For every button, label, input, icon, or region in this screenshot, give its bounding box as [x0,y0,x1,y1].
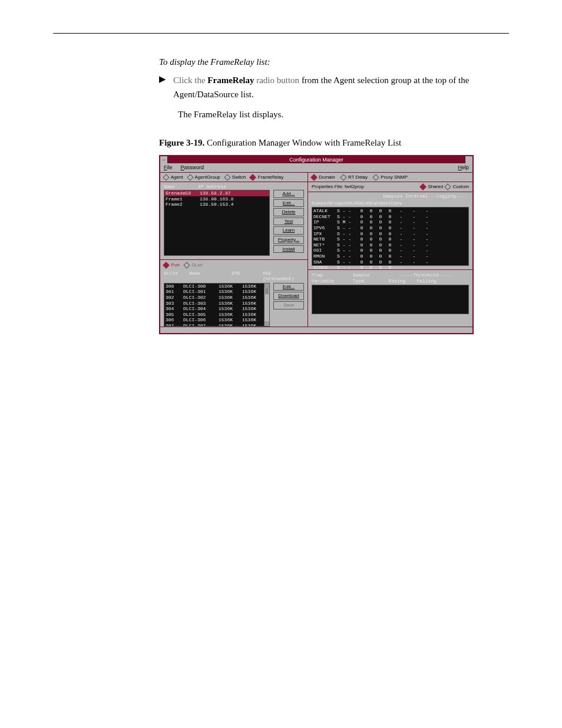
menu-help[interactable]: Help [458,164,469,171]
domain-row[interactable]: IPV6S - -0000--- [313,225,467,231]
add-button[interactable]: Add... [273,190,304,198]
dlci-row[interactable]: 300DLCI-3001536K1536K [164,284,269,289]
radio-custom[interactable]: Custom [445,184,469,189]
dlci-row[interactable]: 302DLCI-3021536K1536K [164,295,269,301]
property-button[interactable]: Property... [273,236,304,244]
col-ip: IP Address [198,184,226,190]
radio-shared[interactable]: Shared [421,184,443,189]
domain-row[interactable]: RMONS - -0000--- [313,253,467,259]
hdr-samples: Samples [383,193,402,199]
figure-label: Figure 3-19. Configuration Manager Windo… [159,138,509,148]
app-window: — Configuration Manager File Password He… [159,155,474,334]
dlci-row[interactable]: 301DLCI-3011536K1536K [164,289,269,295]
header-rule [53,33,509,34]
domain-row[interactable]: NET*S - -0000--- [313,242,467,248]
hdr-sh: SH [346,200,352,206]
titlebar[interactable]: — Configuration Manager [160,156,472,163]
step-suffix: radio button [254,75,299,85]
install-button[interactable]: Install [273,245,304,253]
agent-row[interactable]: Frame2138.59.153.4 [164,202,269,207]
radio-domain[interactable]: Domain [312,174,335,180]
edit-button[interactable]: Edit... [273,199,304,207]
falling-label: Falling [412,278,441,284]
step-prefix: Click the [173,75,207,85]
domain-row[interactable]: OSIS - -0000--- [313,248,467,253]
menu-file[interactable]: File [164,164,173,171]
agent-row[interactable]: Frame1138.90.163.8 [164,196,269,202]
variable-label: Variable [312,278,353,284]
download-button[interactable]: Download [273,292,304,300]
learn-button[interactable]: Learn [273,226,304,235]
edit-button[interactable]: Edit... [273,283,304,291]
scroll-thumb[interactable] [265,288,269,294]
domain-list[interactable]: ATALKS - -0000---DECNETS - -0000---IPS M… [312,207,469,266]
sysmenu-icon[interactable]: — [160,156,168,163]
sample-label: Sample [353,272,382,278]
hdr-logging: ---Logging--- [428,193,467,199]
trap-list[interactable] [312,285,469,314]
agent-type-radios: Agent AgentGroup Switch FrameRelay [160,173,308,183]
dlci-row[interactable]: 305DLCI-3051536K1536K [164,312,269,318]
domain-row[interactable]: IPS M -0000--- [313,219,467,225]
dlci-col-num: DLCI# [164,271,181,282]
hdr-conv: Conv [391,200,402,206]
menubar: File Password Help [160,163,472,173]
hdr-lh2: LH [362,200,368,206]
dlci-list[interactable]: 300DLCI-3001536K1536K301DLCI-3011536K153… [164,283,270,327]
maximize-icon[interactable] [465,156,472,163]
delete-button[interactable]: Delete [273,208,304,216]
radio-agentgroup[interactable]: AgentGroup [188,174,220,180]
props-label: Properties File: [312,184,343,189]
hdr-host: Host [379,200,391,206]
dlci-col-name: Name [189,271,223,282]
radio-switch[interactable]: Switch [225,174,246,180]
pvc-radios: Port DLstr [160,259,308,269]
step-bold: FrameRelay [207,75,254,85]
hdr-stat: Stat [368,200,379,206]
radio-agent[interactable]: Agent [164,174,183,180]
menu-password[interactable]: Password [181,164,204,171]
dlci-col-dce: DCE (Grenada58) [263,271,304,282]
step-row: ▶ Click the FrameRelay radio button from… [159,73,509,101]
domain-row[interactable]: NETBS - -0000--- [313,236,467,242]
radio-framerelay[interactable]: FrameRelay [250,174,283,180]
trap-label: Trap [312,272,353,278]
hdr-sh2: SH [357,200,363,206]
rising-label: Rising [382,278,412,284]
dlci-row[interactable]: 306DLCI-3061536K1536K [164,317,269,323]
intro-line: To display the FrameRelay list: [159,57,509,67]
statusbar [160,327,472,333]
mode-radios: Shared Custom [418,184,469,190]
domain-row[interactable]: IPXS - -0000--- [313,231,467,237]
result-line: The FrameRelay list displays. [178,107,509,121]
props-value: fw42prop [345,184,364,189]
play-icon: ▶ [159,73,166,85]
dlci-col-dte: DTE [232,271,254,282]
agent-row[interactable]: Grenada58138.58.2.87 [164,190,269,196]
radio-proxy-snmp[interactable]: Proxy SNMP [373,174,408,180]
threshold-label: -----Threshold----- [382,272,469,278]
right-top-radios: Domain RT Delay Proxy SNMP [308,173,472,183]
hdr-interval: Interval [405,193,424,199]
domain-row[interactable]: DECNETS - -0000--- [313,214,467,220]
dlci-row[interactable]: 304DLCI-3041536K1536K [164,306,269,312]
save-button: Save [273,301,304,309]
hdr-domain: Domain [312,200,329,206]
test-button[interactable]: Test [273,218,304,226]
radio-port[interactable]: Port [164,262,180,268]
col-name: Name [164,184,198,190]
scroll-up-icon[interactable] [265,284,269,288]
scrollbar[interactable] [264,284,269,326]
dlci-row[interactable]: 307DLCI-3071536K1536K [164,323,269,327]
radio-dlstr[interactable]: DLstr [184,262,203,268]
hdr-groups: Groups [329,200,346,206]
type-label: Type [353,278,382,284]
scroll-down-icon[interactable] [265,321,269,326]
dlci-row[interactable]: 303DLCI-3031536K1536K [164,301,269,307]
domain-row[interactable]: ATALKS - -0000--- [313,208,467,214]
agent-list[interactable]: Grenada58138.58.2.87Frame1138.90.163.8Fr… [164,190,270,256]
domain-row[interactable]: SNAS - -0000--- [313,259,467,265]
hdr-lh: LH [351,200,357,206]
radio-rt-delay[interactable]: RT Delay [341,174,368,180]
window-title: Configuration Manager [168,157,465,163]
